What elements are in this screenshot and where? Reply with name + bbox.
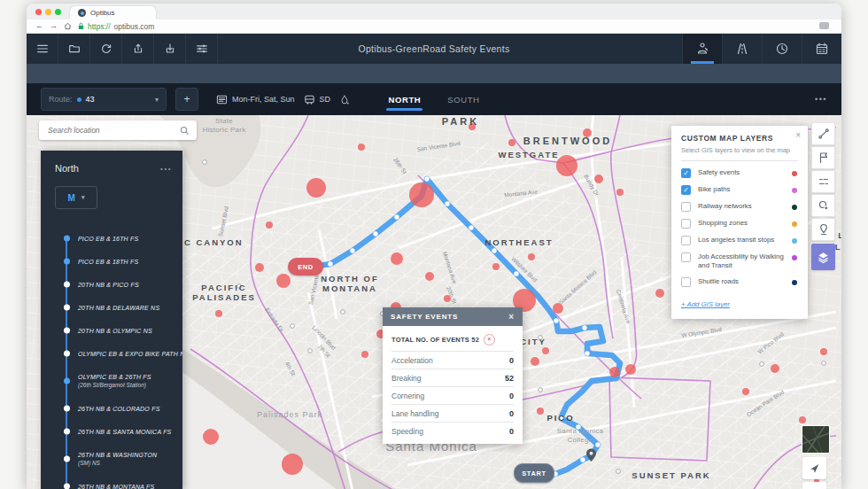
route-stop-dot[interactable] [585, 351, 589, 355]
window-controls[interactable] [35, 9, 61, 15]
search-input[interactable] [46, 125, 180, 136]
layer-checkbox[interactable] [681, 202, 691, 212]
safety-event-dot[interactable] [358, 144, 365, 151]
style-tool[interactable] [339, 94, 350, 105]
safety-event-dot[interactable] [215, 310, 222, 317]
safety-event-dot[interactable] [556, 155, 577, 176]
add-route-button[interactable]: + [175, 88, 198, 111]
stop-item[interactable]: 20TH NB & OLYMPIC NS [41, 319, 182, 342]
back-icon[interactable]: ← [35, 22, 43, 30]
stop-item[interactable]: 26TH NB & COLORADO FS [41, 397, 182, 420]
measure-button[interactable] [811, 122, 835, 145]
safety-event-dot[interactable] [799, 416, 806, 423]
time-view-button[interactable] [762, 34, 802, 64]
safety-event-dot[interactable] [306, 178, 326, 198]
safety-event-dot[interactable] [266, 221, 273, 229]
safety-event-dot[interactable] [531, 357, 539, 366]
tab-south[interactable]: SOUTH [446, 83, 481, 115]
menu-button[interactable] [27, 34, 58, 64]
layer-checkbox[interactable]: ✓ [681, 185, 691, 195]
minimize-window-icon[interactable] [45, 9, 51, 15]
route-stop-dot[interactable] [514, 271, 518, 276]
road-view-button[interactable] [722, 34, 762, 64]
tab-north[interactable]: NORTH [386, 83, 422, 115]
stop-item[interactable]: 26TH NB & SANTA MONICA FS [41, 420, 182, 443]
flag-button[interactable] [811, 146, 835, 169]
route-stop-dot[interactable] [445, 201, 449, 206]
safety-event-row[interactable]: Breaking52 [391, 369, 514, 386]
home-icon[interactable] [64, 22, 72, 30]
stop-item[interactable]: OLYMPIC EB & EXPO BIKE PATH NS [41, 342, 182, 365]
safety-event-dot[interactable] [409, 182, 434, 207]
safety-event-dot[interactable] [425, 272, 434, 281]
route-stop-dot[interactable] [424, 176, 429, 181]
stop-item[interactable]: 20TH NB & DELAWARE NS [41, 296, 182, 319]
route-stop-dot[interactable] [373, 231, 377, 236]
address-field[interactable]: https://optibus.com [78, 22, 154, 31]
route-stop-dot[interactable] [328, 261, 332, 266]
variant-select[interactable]: M ▾ [55, 186, 97, 209]
maximize-window-icon[interactable] [55, 9, 61, 15]
gis-layer-row[interactable]: Railway networks [681, 202, 798, 212]
gis-layer-row[interactable]: Shuttle roads [681, 277, 798, 287]
safety-event-dot[interactable] [282, 454, 303, 475]
route-stop-dot[interactable] [469, 225, 473, 229]
route-stop-dot[interactable] [350, 248, 354, 252]
map-view-button[interactable] [682, 34, 722, 64]
close-icon[interactable]: × [508, 312, 515, 322]
route-stop-dot[interactable] [554, 318, 558, 322]
map-canvas[interactable]: StateHistoric ParkPARKBRENTWOODWESTGATEN… [27, 115, 841, 489]
safety-event-dot[interactable] [276, 274, 291, 288]
route-stop-dot[interactable] [394, 214, 399, 219]
safety-event-dot[interactable] [820, 348, 827, 355]
safety-event-dot[interactable] [391, 252, 403, 265]
compass-button[interactable] [802, 457, 826, 479]
layer-checkbox[interactable] [681, 252, 691, 262]
safety-event-dot[interactable] [508, 139, 515, 146]
layer-checkbox[interactable]: ✓ [681, 168, 691, 178]
forward-icon[interactable]: → [50, 22, 58, 30]
legend-button[interactable] [811, 170, 835, 193]
route-stop-dot[interactable] [580, 457, 585, 462]
locate-button[interactable] [811, 218, 835, 241]
open-button[interactable] [58, 34, 90, 64]
preferences-button[interactable] [186, 34, 218, 64]
safety-event-row[interactable]: Lane handling0 [391, 404, 514, 422]
add-gis-layer-link[interactable]: + Add GIS layer [681, 300, 730, 308]
zoom-in-button[interactable]: + [802, 482, 826, 489]
safety-event-dot[interactable] [203, 429, 219, 445]
safety-event-row[interactable]: Cornering0 [391, 386, 514, 404]
safety-event-dot[interactable] [609, 367, 620, 377]
safety-event-dot[interactable] [625, 364, 636, 375]
safety-event-dot[interactable] [537, 408, 544, 415]
close-window-icon[interactable] [35, 9, 42, 15]
safety-event-dot[interactable] [616, 189, 624, 196]
browser-tab[interactable]: Optibus [70, 6, 156, 19]
safety-event-dot[interactable] [255, 263, 264, 272]
stop-item[interactable]: PICO EB & 18TH FS [41, 250, 182, 273]
safety-event-dot[interactable] [361, 351, 368, 358]
safety-event-dot[interactable] [655, 289, 664, 298]
layer-checkbox[interactable] [681, 219, 691, 229]
layer-checkbox[interactable] [681, 236, 691, 245]
stop-item[interactable]: 20TH NB & PICO FS [41, 273, 182, 296]
minimap[interactable] [802, 425, 830, 454]
safety-event-dot[interactable] [742, 388, 749, 395]
safety-event-dot[interactable] [492, 263, 500, 270]
export-button[interactable] [122, 34, 154, 64]
gis-layer-row[interactable]: Los angeles transit stops [681, 236, 798, 245]
calendar-view-button[interactable] [802, 34, 841, 64]
gis-layer-row[interactable]: ✓Safety events [681, 168, 798, 178]
stop-item[interactable]: PICO EB & 16TH FS [41, 227, 182, 250]
route-stop-dot[interactable] [582, 325, 586, 330]
close-icon[interactable]: × [795, 130, 801, 140]
layers-button[interactable] [811, 244, 835, 270]
panel-more-icon[interactable]: ••• [160, 165, 172, 173]
location-search[interactable] [39, 120, 197, 140]
clear-filter-icon[interactable]: × [484, 334, 495, 345]
route-bar-more-icon[interactable]: ••• [815, 95, 827, 104]
route-select[interactable]: Route: 43 ▾ [41, 88, 167, 111]
traffic-button[interactable] [811, 194, 835, 217]
popup-header[interactable]: SAFETY EVENTS × [383, 307, 523, 326]
gis-layer-row[interactable]: Job Accessibility by Walking and Transit [681, 252, 798, 270]
